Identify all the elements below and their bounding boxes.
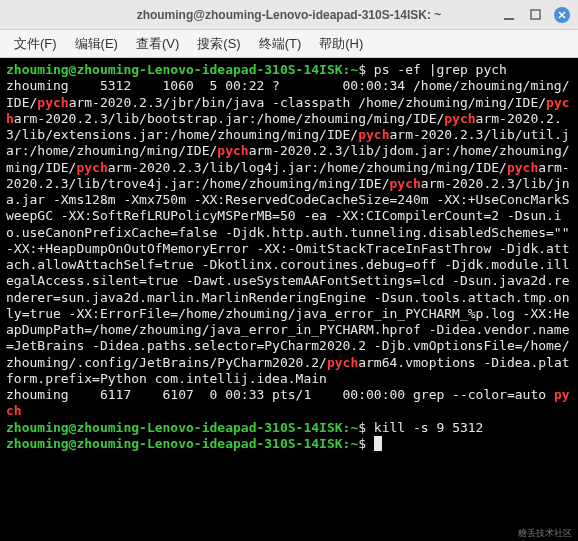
match-highlight: pych (390, 176, 421, 191)
match-highlight: pych (358, 127, 389, 142)
menu-edit[interactable]: 编辑(E) (67, 31, 126, 57)
menu-view[interactable]: 查看(V) (128, 31, 187, 57)
prompt: zhouming@zhouming-Lenovo-ideapad-310S-14… (6, 420, 358, 435)
watermark: 糖丢技术社区 (518, 528, 572, 539)
close-button[interactable] (554, 7, 570, 23)
menu-file[interactable]: 文件(F) (6, 31, 65, 57)
match-highlight: pych (507, 160, 538, 175)
match-highlight: pych (37, 95, 68, 110)
match-highlight: pych (327, 355, 358, 370)
prompt-suffix: $ (358, 420, 366, 435)
match-highlight: pych (217, 143, 248, 158)
menu-help[interactable]: 帮助(H) (311, 31, 371, 57)
menubar: 文件(F) 编辑(E) 查看(V) 搜索(S) 终端(T) 帮助(H) (0, 30, 578, 58)
maximize-button[interactable] (528, 8, 542, 22)
minimize-button[interactable] (502, 8, 516, 22)
command-text: kill -s 9 5312 (374, 420, 484, 435)
menu-terminal[interactable]: 终端(T) (251, 31, 310, 57)
prompt-suffix: $ (358, 436, 366, 451)
ps-row-1: zhouming 5312 1060 5 00:22 ? 00:00:34 /h… (6, 78, 577, 386)
ps-row-2: zhouming 6117 6107 0 00:33 pts/1 00:00:0… (6, 387, 570, 418)
match-highlight: pych (76, 160, 107, 175)
prompt: zhouming@zhouming-Lenovo-ideapad-310S-14… (6, 436, 358, 451)
prompt: zhouming@zhouming-Lenovo-ideapad-310S-14… (6, 62, 358, 77)
terminal-cursor (374, 436, 382, 451)
command-text: ps -ef |grep pych (374, 62, 507, 77)
window-controls (502, 7, 570, 23)
svg-rect-1 (531, 10, 540, 19)
terminal-area[interactable]: zhouming@zhouming-Lenovo-ideapad-310S-14… (0, 58, 578, 541)
menu-search[interactable]: 搜索(S) (189, 31, 248, 57)
window-title: zhouming@zhouming-Lenovo-ideapad-310S-14… (8, 8, 570, 22)
match-highlight: pych (444, 111, 475, 126)
window-titlebar: zhouming@zhouming-Lenovo-ideapad-310S-14… (0, 0, 578, 30)
prompt-suffix: $ (358, 62, 366, 77)
